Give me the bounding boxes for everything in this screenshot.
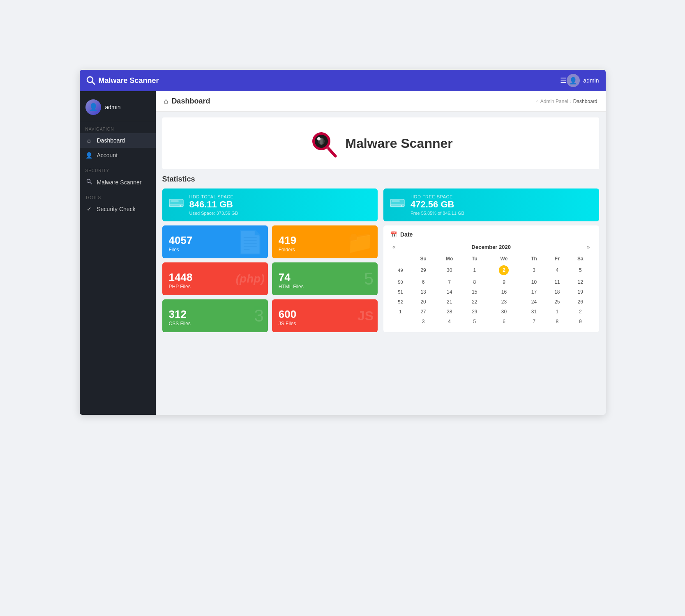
day-header-su: Su bbox=[411, 254, 436, 263]
hdd-drive-icon bbox=[169, 198, 184, 209]
calendar-day[interactable]: 30 bbox=[436, 263, 463, 277]
files-count: 4057 bbox=[169, 234, 261, 247]
calendar-day[interactable]: 10 bbox=[522, 277, 546, 287]
calendar-next-btn[interactable]: » bbox=[584, 243, 593, 251]
calendar-day[interactable]: 15 bbox=[463, 287, 486, 297]
calendar-day[interactable]: 21 bbox=[436, 297, 463, 307]
stat-card-folders: 📁 419 Folders bbox=[272, 225, 378, 258]
svg-line-1 bbox=[92, 82, 95, 84]
day-header-sa: Sa bbox=[568, 254, 593, 263]
breadcrumb-home-icon: ⌂ bbox=[535, 99, 538, 104]
html-count: 74 bbox=[279, 271, 371, 284]
calendar-day[interactable]: 4 bbox=[546, 263, 568, 277]
calendar-day[interactable]: 8 bbox=[546, 317, 568, 326]
calendar-day[interactable]: 12 bbox=[568, 277, 593, 287]
calendar-prev-btn[interactable]: « bbox=[390, 243, 398, 251]
stat-cards-mid: (php) 1448 PHP Files 5 74 HTML Files bbox=[162, 262, 378, 295]
topbar-right: 👤 admin bbox=[567, 74, 599, 87]
hero-title: Malware Scanner bbox=[345, 136, 452, 151]
calendar-day[interactable]: 9 bbox=[486, 277, 522, 287]
calendar-day[interactable]: 6 bbox=[486, 317, 522, 326]
calendar-card: 📅 Date « December 2020 » bbox=[383, 225, 599, 332]
calendar-day[interactable]: 14 bbox=[436, 287, 463, 297]
sidebar-item-account[interactable]: 👤 Account bbox=[80, 148, 156, 163]
js-count: 600 bbox=[279, 308, 371, 321]
calendar-day[interactable]: 22 bbox=[463, 297, 486, 307]
malware-scanner-icon bbox=[85, 179, 93, 186]
stat-card-js: JS 600 JS Files bbox=[272, 299, 378, 332]
stat-card-files: 📄 4057 Files bbox=[162, 225, 268, 258]
sidebar-item-label: Dashboard bbox=[97, 137, 125, 144]
hdd-free-info: HDD FREE SPACE 472.56 GB Free 55.85% of … bbox=[411, 194, 593, 216]
calendar-day[interactable]: 8 bbox=[463, 277, 486, 287]
calendar-day[interactable]: 2 bbox=[568, 307, 593, 317]
calendar-day[interactable]: 5 bbox=[568, 263, 593, 277]
search-icon bbox=[86, 76, 95, 85]
topbar-username: admin bbox=[583, 77, 599, 84]
sidebar-item-label: Malware Scanner bbox=[97, 179, 142, 186]
calendar-day[interactable]: 16 bbox=[486, 287, 522, 297]
tools-section-label: TOOLS bbox=[80, 190, 156, 202]
calendar-day[interactable]: 1 bbox=[546, 307, 568, 317]
files-label: Files bbox=[169, 247, 261, 253]
css-count: 312 bbox=[169, 308, 261, 321]
calendar-day[interactable]: 4 bbox=[436, 317, 463, 326]
breadcrumb: ⌂ Admin Panel › Dashboard bbox=[535, 99, 597, 104]
hdd-icon bbox=[169, 198, 184, 212]
sidebar-username: admin bbox=[105, 104, 121, 110]
calendar-day[interactable]: 27 bbox=[411, 307, 436, 317]
svg-rect-13 bbox=[171, 200, 179, 202]
calendar-day[interactable]: 25 bbox=[546, 297, 568, 307]
week-number bbox=[390, 317, 411, 326]
breadcrumb-separator: › bbox=[570, 99, 572, 104]
calendar-month-nav: « December 2020 » bbox=[390, 243, 593, 251]
calendar-day[interactable]: 7 bbox=[522, 317, 546, 326]
svg-line-9 bbox=[329, 149, 335, 156]
hdd-total-sub: Used Space: 373.56 GB bbox=[189, 211, 371, 216]
day-header-mo: Mo bbox=[436, 254, 463, 263]
calendar-day[interactable]: 13 bbox=[411, 287, 436, 297]
day-header-we: We bbox=[486, 254, 522, 263]
calendar-day[interactable]: 3 bbox=[411, 317, 436, 326]
hdd-free-drive-icon bbox=[390, 198, 405, 209]
check-icon: ✓ bbox=[85, 206, 93, 212]
calendar-day[interactable]: 30 bbox=[486, 307, 522, 317]
sidebar-item-security-check[interactable]: ✓ Security Check bbox=[80, 202, 156, 216]
calendar-day[interactable]: 29 bbox=[411, 263, 436, 277]
calendar-day[interactable]: 31 bbox=[522, 307, 546, 317]
calendar-day[interactable]: 1 bbox=[463, 263, 486, 277]
hdd-total-label: HDD TOTAL SPACE bbox=[189, 194, 371, 199]
calendar-day[interactable]: 17 bbox=[522, 287, 546, 297]
folders-count: 419 bbox=[279, 234, 371, 247]
calendar-day[interactable]: 24 bbox=[522, 297, 546, 307]
week-number: 51 bbox=[390, 287, 411, 297]
calendar-day[interactable]: 19 bbox=[568, 287, 593, 297]
sidebar-item-dashboard[interactable]: ⌂ Dashboard bbox=[80, 133, 156, 148]
stats-left: HDD TOTAL SPACE 846.11 GB Used Space: 37… bbox=[162, 188, 378, 332]
calendar-day[interactable]: 28 bbox=[436, 307, 463, 317]
calendar-day[interactable]: 6 bbox=[411, 277, 436, 287]
day-header-fr: Fr bbox=[546, 254, 568, 263]
calendar-day[interactable]: 3 bbox=[522, 263, 546, 277]
svg-rect-8 bbox=[320, 138, 323, 145]
calendar-day[interactable]: 26 bbox=[568, 297, 593, 307]
body-area: 👤 admin NAVIGATION ⌂ Dashboard 👤 Account… bbox=[80, 91, 606, 415]
calendar-day[interactable]: 11 bbox=[546, 277, 568, 287]
topbar-toggle[interactable]: ☰ bbox=[560, 76, 567, 85]
calendar-day[interactable]: 29 bbox=[463, 307, 486, 317]
calendar-day[interactable]: 7 bbox=[436, 277, 463, 287]
calendar-day[interactable]: 5 bbox=[463, 317, 486, 326]
sidebar-item-label: Security Check bbox=[97, 206, 136, 212]
calendar-day[interactable]: 2 bbox=[486, 263, 522, 277]
week-number: 1 bbox=[390, 307, 411, 317]
hdd-free-icon bbox=[390, 198, 405, 212]
sidebar-item-malware-scanner[interactable]: Malware Scanner bbox=[80, 175, 156, 190]
calendar-day[interactable]: 18 bbox=[546, 287, 568, 297]
calendar-day[interactable]: 20 bbox=[411, 297, 436, 307]
stat-card-css: 3 312 CSS Files bbox=[162, 299, 268, 332]
hdd-free-card: HDD FREE SPACE 472.56 GB Free 55.85% of … bbox=[383, 188, 599, 221]
calendar-table: Su Mo Tu We Th Fr Sa bbox=[390, 254, 593, 326]
calendar-day[interactable]: 23 bbox=[486, 297, 522, 307]
calendar-day[interactable]: 9 bbox=[568, 317, 593, 326]
calendar-month-title: December 2020 bbox=[472, 244, 511, 250]
